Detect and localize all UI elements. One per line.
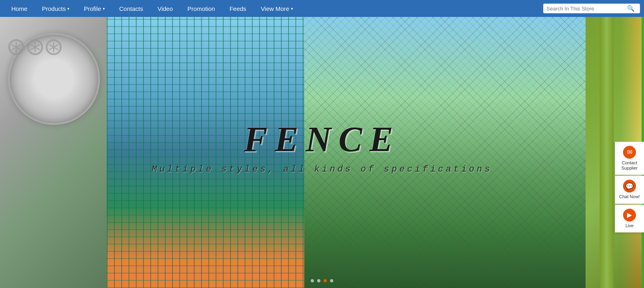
- search-box: 🔍: [543, 4, 640, 13]
- chevron-down-icon: ▾: [291, 6, 293, 11]
- hero-banner: FENCE Multiple styles, all kinds of spec…: [0, 17, 644, 288]
- chat-icon: 💬: [623, 180, 636, 193]
- nav-contacts[interactable]: Contacts: [112, 5, 150, 12]
- carousel-dot-3[interactable]: [324, 279, 327, 282]
- search-icon[interactable]: 🔍: [627, 5, 635, 12]
- carousel-dot-4[interactable]: [330, 279, 333, 282]
- nav-feeds[interactable]: Feeds: [222, 5, 253, 12]
- sidebar-buttons: ✉ ContactSupplier 💬 Chat Now! ▶ Live: [615, 142, 644, 232]
- chat-now-label: Chat Now!: [619, 194, 640, 199]
- chevron-down-icon: ▾: [67, 6, 69, 11]
- contact-supplier-label: ContactSupplier: [621, 160, 638, 171]
- nav-video[interactable]: Video: [150, 5, 180, 12]
- nav-products[interactable]: Products ▾: [35, 5, 77, 12]
- nav-profile[interactable]: Profile ▾: [77, 5, 112, 12]
- nav-home[interactable]: Home: [4, 5, 35, 12]
- carousel-dot-2[interactable]: [317, 279, 320, 282]
- live-icon: ▶: [623, 209, 636, 222]
- carousel-dots: [311, 279, 333, 282]
- hero-title: FENCE: [244, 119, 400, 160]
- main-nav: Home Products ▾ Profile ▾ Contacts Video…: [0, 0, 644, 17]
- search-input[interactable]: [546, 6, 627, 12]
- nav-view-more[interactable]: View More ▾: [253, 5, 300, 12]
- hero-subtitle: Multiple styles, all kinds of specificat…: [152, 164, 492, 174]
- chat-now-button[interactable]: 💬 Chat Now!: [615, 176, 644, 203]
- contact-supplier-button[interactable]: ✉ ContactSupplier: [615, 142, 644, 175]
- email-icon: ✉: [623, 146, 636, 159]
- chevron-down-icon: ▾: [103, 6, 105, 11]
- hero-overlay: FENCE Multiple styles, all kinds of spec…: [0, 17, 644, 288]
- nav-promotion[interactable]: Promotion: [180, 5, 222, 12]
- live-button[interactable]: ▶ Live: [615, 205, 644, 232]
- live-label: Live: [625, 223, 634, 228]
- carousel-dot-1[interactable]: [311, 279, 314, 282]
